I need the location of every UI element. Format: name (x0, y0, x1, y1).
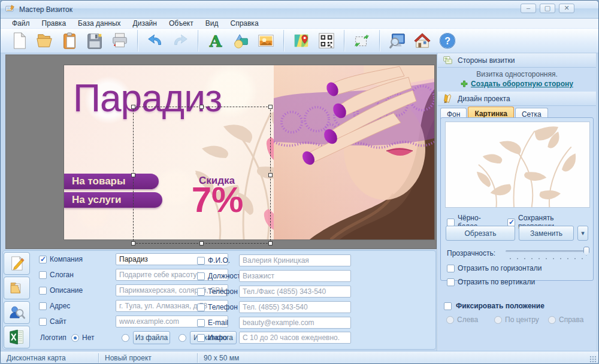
website-label: Сайт (50, 317, 66, 326)
paste-button[interactable] (57, 29, 82, 52)
selection-handle-top-right[interactable] (268, 105, 273, 109)
print-button[interactable] (107, 29, 132, 52)
phone2-input[interactable] (239, 301, 351, 313)
menu-edit[interactable]: Правка (37, 19, 72, 28)
black-white-checkbox[interactable] (447, 219, 455, 226)
position-checkbox[interactable] (197, 272, 205, 280)
menu-view[interactable]: Вид (200, 19, 224, 28)
selection-rectangle[interactable] (133, 107, 271, 244)
clipboard-icon (60, 32, 78, 50)
email-row: E-mail (197, 318, 353, 327)
title-bar[interactable]: Мастер Визиток – ▢ ✕ (1, 1, 598, 19)
email-checkbox[interactable] (197, 319, 205, 327)
slogan-label: Слоган (50, 271, 74, 279)
align-left-radio (446, 316, 454, 324)
toolbar: A ? (1, 28, 598, 53)
description-checkbox[interactable] (39, 287, 47, 295)
add-text-button[interactable]: A (203, 29, 228, 52)
phone1-checkbox[interactable] (197, 288, 205, 296)
picture-preview[interactable] (445, 122, 590, 208)
selection-handle-bottom-left[interactable] (131, 241, 135, 245)
menu-design[interactable]: Дизайн (128, 19, 162, 28)
menu-help[interactable]: Справка (225, 19, 264, 28)
company-checkbox[interactable] (39, 256, 47, 263)
align-center-option: По центру (494, 316, 548, 324)
preview-button[interactable] (385, 29, 410, 52)
add-shape-button[interactable] (228, 29, 253, 52)
maximize-button[interactable]: ▢ (540, 4, 555, 13)
minimize-button[interactable]: – (521, 4, 536, 13)
selection-handle-bottom-center[interactable] (199, 241, 204, 245)
flip-horizontal-option[interactable]: Отразить по горизонтали (447, 264, 541, 272)
menu-file[interactable]: Файл (7, 19, 35, 28)
selection-handle-top-center[interactable] (199, 105, 204, 109)
open-folder-icon (35, 32, 53, 50)
crop-button[interactable]: Обрезать (446, 226, 515, 241)
menu-object[interactable]: Объект (164, 19, 199, 28)
design-project-title: Дизайн проекта (458, 95, 510, 103)
close-button[interactable]: ✕ (559, 4, 574, 13)
home-icon (413, 32, 431, 50)
opacity-label: Прозрачность: (447, 249, 495, 257)
undo-button[interactable] (143, 29, 168, 52)
export-excel-button[interactable] (4, 326, 30, 348)
info-checkbox[interactable] (197, 334, 205, 342)
logo-from-catalog-radio[interactable] (179, 334, 186, 342)
logo-from-file-radio[interactable] (122, 334, 129, 342)
align-left-option: Слева (446, 316, 494, 324)
design-project-header: Дизайн проекта (438, 92, 596, 106)
align-center-radio (494, 316, 502, 324)
add-image-icon (257, 32, 275, 50)
fix-position-option[interactable]: Фиксировать положение (444, 302, 544, 310)
flip-vertical-option[interactable]: Отразить по вертикали (447, 278, 535, 286)
flip-vertical-checkbox[interactable] (447, 278, 455, 286)
fix-position-checkbox[interactable] (444, 302, 452, 310)
replace-button[interactable]: Заменить (519, 226, 574, 241)
qr-code-icon (317, 32, 335, 50)
create-back-side-link[interactable]: Создать оборотную сторону (471, 80, 573, 88)
phone1-input[interactable] (239, 286, 351, 298)
opacity-slider-handle[interactable] (583, 247, 589, 256)
card-sides-status: Визитка односторонняя. (438, 70, 596, 78)
logo-none-option[interactable]: Нет (71, 333, 113, 342)
redo-icon (171, 32, 189, 50)
search-contact-button[interactable] (4, 301, 30, 324)
help-button[interactable]: ? (435, 29, 460, 52)
menu-database[interactable]: База данных (72, 19, 126, 28)
email-input[interactable] (239, 317, 351, 329)
position-input[interactable] (239, 270, 351, 282)
edit-data-button[interactable] (4, 252, 30, 275)
save-button[interactable] (82, 29, 107, 52)
undo-icon (146, 32, 164, 50)
info-input[interactable] (239, 332, 351, 344)
resize-grip[interactable] (589, 356, 597, 363)
selection-handle-top-left[interactable] (131, 105, 135, 109)
keep-proportions-checkbox[interactable] (507, 219, 515, 226)
address-checkbox[interactable] (39, 302, 47, 310)
open-project-button[interactable] (32, 29, 57, 52)
selection-handle-mid-right[interactable] (268, 173, 273, 177)
slogan-checkbox[interactable] (39, 271, 47, 279)
description-label: Описание (50, 286, 83, 295)
fullname-input[interactable] (239, 254, 351, 266)
opacity-slider[interactable] (506, 250, 587, 252)
logo-none-radio[interactable] (71, 334, 79, 342)
open-database-button[interactable] (4, 277, 30, 299)
add-map-button[interactable] (289, 29, 314, 52)
add-qr-code-button[interactable] (314, 29, 339, 52)
logo-from-file-button[interactable]: Из файла (133, 331, 170, 344)
home-button[interactable] (410, 29, 435, 52)
help-icon: ? (438, 32, 456, 50)
selection-handle-mid-left[interactable] (131, 173, 135, 177)
replace-dropdown-button[interactable] (577, 226, 588, 241)
design-canvas[interactable]: Парадиз На товары На услуги Скидка 7% (5, 54, 437, 249)
menu-bar: Файл Правка База данных Дизайн Объект Ви… (1, 19, 598, 28)
fullname-checkbox[interactable] (197, 257, 205, 265)
selection-handle-bottom-right[interactable] (268, 241, 273, 245)
add-image-button[interactable] (253, 29, 279, 52)
website-checkbox[interactable] (39, 318, 47, 326)
phone2-checkbox[interactable] (197, 304, 205, 311)
resize-card-button[interactable] (349, 29, 374, 52)
flip-horizontal-checkbox[interactable] (447, 265, 455, 272)
new-document-button[interactable] (7, 29, 32, 52)
